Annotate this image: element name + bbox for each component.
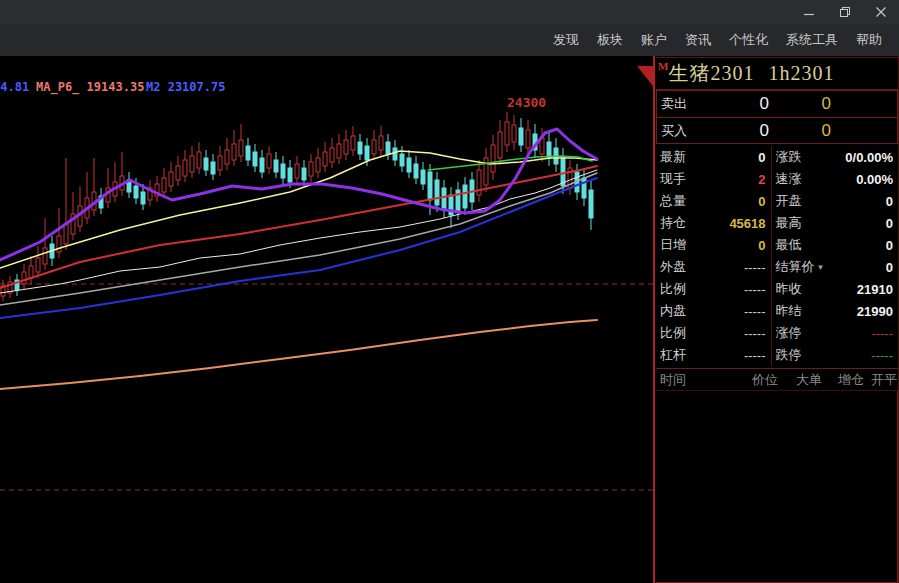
candle <box>505 112 509 152</box>
stat-row: 昨收21910 <box>772 278 898 300</box>
candlestick-chart[interactable]: 64.81MA_P6_ 19143.35M2 23107.7524300 <box>0 56 653 583</box>
stat-label: 持仓 <box>660 214 686 232</box>
panel-separator[interactable] <box>653 56 655 583</box>
stat-value: ----- <box>744 348 766 363</box>
tick-list[interactable] <box>656 390 898 583</box>
restore-icon <box>839 6 851 18</box>
stat-row: 日增0 <box>656 234 771 256</box>
tick-header-col-4: 开平 <box>864 371 897 389</box>
menu-item-3[interactable]: 资讯 <box>676 31 720 49</box>
sell-row[interactable]: 卖出00 <box>657 91 897 117</box>
candle <box>64 158 68 250</box>
stat-row: 涨停----- <box>772 322 898 344</box>
restore-button[interactable] <box>827 0 863 24</box>
candle <box>302 160 306 186</box>
stat-label: 内盘 <box>660 302 686 320</box>
candle <box>498 120 502 165</box>
candle <box>8 276 12 298</box>
candle <box>246 138 250 166</box>
candle <box>127 172 131 198</box>
chart-label-ma-p6: MA_P6_ 19143.35 <box>36 80 144 95</box>
candle <box>106 168 110 208</box>
chart-line-ma-blue <box>0 178 597 318</box>
candle <box>253 144 257 172</box>
candle <box>232 130 236 166</box>
candle <box>533 124 537 158</box>
order-price: 0 <box>705 121 769 141</box>
candle <box>295 156 299 184</box>
menubar: 发现板块账户资讯个性化系统工具帮助 <box>0 24 899 56</box>
contract-name: 生猪2301 <box>668 60 754 87</box>
stat-label: 最低 <box>776 236 802 254</box>
order-book: 卖出00买入00 <box>656 90 898 144</box>
stat-value: 0 <box>886 260 893 275</box>
stat-value: 2 <box>758 172 765 187</box>
candle <box>204 150 208 176</box>
stat-row: 最高0 <box>772 212 898 234</box>
candle <box>183 150 187 182</box>
tick-header-col-0: 时间 <box>660 371 726 389</box>
stat-value: 21910 <box>857 282 893 297</box>
candle <box>225 138 229 170</box>
stat-label: 现手 <box>660 170 686 188</box>
stat-label: 昨收 <box>776 280 802 298</box>
candle <box>78 186 82 232</box>
menu-item-0[interactable]: 发现 <box>544 31 588 49</box>
candle <box>477 160 481 202</box>
candle <box>29 256 33 284</box>
candle <box>463 177 467 215</box>
stat-label: 杠杆 <box>660 346 686 364</box>
candle <box>358 134 362 160</box>
panel-collapse-button[interactable] <box>637 64 653 88</box>
chart-line-orange-baseline <box>0 320 597 389</box>
candle <box>85 172 89 224</box>
candle <box>379 126 383 156</box>
stats-column-left: 最新0现手2总量0持仓45618日增0外盘-----比例-----内盘-----… <box>656 146 772 366</box>
stat-row: 开盘0 <box>772 190 898 212</box>
tick-table-header: 时间价位大单增仓开平 <box>656 368 898 390</box>
candle <box>589 180 593 230</box>
stat-label: 比例 <box>660 280 686 298</box>
settlement-dropdown-icon[interactable]: ▼ <box>817 263 825 272</box>
chart-label-m2: M2 23107.75 <box>146 80 225 94</box>
order-volume: 0 <box>769 94 831 114</box>
stat-row: 最新0 <box>656 146 771 168</box>
candle <box>526 120 530 155</box>
menu-item-5[interactable]: 系统工具 <box>777 31 847 49</box>
candle <box>512 115 516 150</box>
candle <box>386 134 390 160</box>
candle <box>218 146 222 176</box>
menu-item-6[interactable]: 帮助 <box>847 31 891 49</box>
close-icon <box>875 6 887 18</box>
candle <box>267 146 271 174</box>
candle <box>274 152 278 178</box>
tick-header-col-2: 大单 <box>778 371 822 389</box>
order-label: 买入 <box>661 122 705 140</box>
candle <box>414 156 418 184</box>
minimize-button[interactable] <box>791 0 827 24</box>
candle <box>323 142 327 172</box>
stat-value: ----- <box>871 326 893 341</box>
candle <box>197 142 201 174</box>
stat-value: 0 <box>886 238 893 253</box>
chart-label-peak-price: 24300 <box>507 95 546 110</box>
menu-item-1[interactable]: 板块 <box>588 31 632 49</box>
tick-header-col-3: 增仓 <box>822 371 864 389</box>
close-button[interactable] <box>863 0 899 24</box>
stat-value: ----- <box>744 326 766 341</box>
stat-label: 昨结 <box>776 302 802 320</box>
stat-value: 21990 <box>857 304 893 319</box>
candle <box>309 154 313 182</box>
stat-row: 比例----- <box>656 278 771 300</box>
buy-row[interactable]: 买入00 <box>657 117 897 143</box>
menu-item-4[interactable]: 个性化 <box>720 31 777 49</box>
candle <box>36 246 40 278</box>
stat-value: ----- <box>744 304 766 319</box>
stat-value: 0 <box>758 194 765 209</box>
candle <box>407 150 411 178</box>
stat-label: 日增 <box>660 236 686 254</box>
menu-item-2[interactable]: 账户 <box>632 31 676 49</box>
candle <box>92 158 96 216</box>
candle <box>442 180 446 218</box>
candle <box>337 134 341 164</box>
